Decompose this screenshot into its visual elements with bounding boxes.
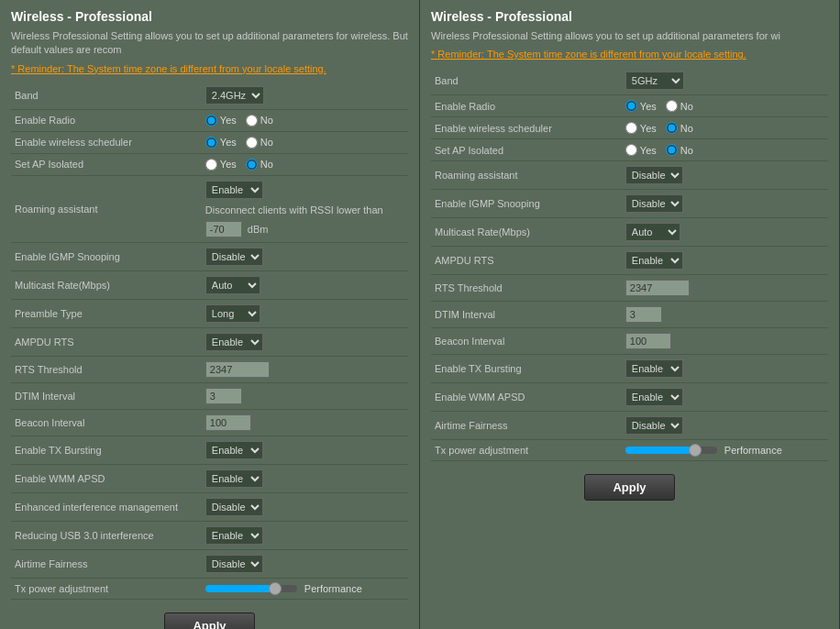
left-roaming-select[interactable]: Enable Disable [205,181,263,199]
left-txpower-row: Tx power adjustment Performance [11,578,408,599]
right-igmp-label: Enable IGMP Snooping [431,190,622,218]
right-radio-yes[interactable] [625,100,637,112]
right-scheduler-no[interactable] [666,122,678,134]
left-apply-button[interactable]: Apply [164,612,254,629]
left-scheduler-row: Enable wireless scheduler Yes No [11,131,408,153]
right-panel: Wireless - Professional Wireless Profess… [420,0,840,629]
left-ampdu-select[interactable]: Enable Disable [205,333,263,351]
right-scheduler-yes-label[interactable]: Yes [625,122,657,134]
right-scheduler-row: Enable wireless scheduler Yes No [431,117,828,139]
left-preamble-row: Preamble Type Long Short [11,299,408,327]
right-band-row: Band 2.4GHz 5GHz [431,67,828,95]
left-roaming-control: Enable Disable Disconnect clients with R… [205,181,404,237]
left-dtim-row: DTIM Interval [11,382,408,409]
left-scheduler-yes[interactable] [205,137,217,149]
left-multicast-label: Multicast Rate(Mbps) [11,270,202,299]
left-wmm-select[interactable]: Enable Disable [205,469,263,488]
left-panel-reminder[interactable]: * Reminder: The System time zone is diff… [11,63,408,74]
left-usb-select[interactable]: Enable Disable [205,526,263,545]
right-dtim-row: DTIM Interval [431,302,828,328]
right-ap-isolated-group: Yes No [625,144,824,156]
left-dtim-input[interactable] [205,388,242,404]
right-apply-button[interactable]: Apply [584,474,674,501]
left-ap-isolated-no[interactable] [246,159,258,171]
right-txpower-slider[interactable] [625,447,717,454]
left-txpower-label: Tx power adjustment [11,578,202,599]
right-radio-no-label[interactable]: No [666,100,693,112]
right-dtim-input[interactable] [625,306,662,323]
right-band-label: Band [431,67,622,95]
right-beacon-input[interactable] [625,333,671,349]
left-multicast-row: Multicast Rate(Mbps) Auto 125.5 [11,270,408,299]
left-band-label: Band [11,82,202,110]
right-ap-isolated-no[interactable] [666,144,678,156]
left-interference-select[interactable]: Disable Enable [205,498,263,516]
right-txpower-value: Performance [724,445,782,456]
left-wmm-label: Enable WMM APSD [11,464,202,492]
right-band-select[interactable]: 2.4GHz 5GHz [625,72,684,90]
left-radio-no-label[interactable]: No [246,115,273,127]
left-ap-isolated-yes[interactable] [205,159,217,171]
right-enable-radio-label: Enable Radio [431,95,622,117]
left-rts-input[interactable] [205,361,270,378]
right-ap-isolated-no-label[interactable]: No [666,144,693,156]
right-scheduler-no-label[interactable]: No [666,122,693,134]
right-enable-radio-group: Yes No [625,100,824,112]
right-igmp-select[interactable]: Disable Enable [625,194,683,213]
left-scheduler-group: Yes No [205,137,404,149]
right-scheduler-group: Yes No [625,122,824,134]
left-txpower-value: Performance [304,583,362,594]
right-airtime-select[interactable]: Disable Enable [625,416,683,435]
right-beacon-row: Beacon Interval [431,328,828,355]
left-radio-yes[interactable] [205,115,217,127]
left-band-select[interactable]: 2.4GHz 5GHz [205,86,264,105]
left-radio-yes-label[interactable]: Yes [205,115,237,127]
right-rts-input[interactable] [625,280,690,296]
left-txpower-slider[interactable] [205,585,297,592]
right-ap-isolated-yes[interactable] [625,144,637,156]
left-preamble-select[interactable]: Long Short [205,304,260,323]
left-radio-no[interactable] [246,115,258,127]
right-dtim-label: DTIM Interval [431,302,622,328]
left-airtime-label: Airtime Fairness [11,549,202,578]
left-ap-isolated-yes-label[interactable]: Yes [205,159,237,171]
right-igmp-row: Enable IGMP Snooping Disable Enable [431,190,828,218]
left-dtim-label: DTIM Interval [11,382,202,409]
left-scheduler-label: Enable wireless scheduler [11,131,202,153]
left-roaming-row: Roaming assistant Enable Disable Disconn… [11,175,408,242]
right-multicast-select[interactable]: Auto 1 [625,223,680,241]
left-scheduler-no-label[interactable]: No [246,137,273,149]
right-ampdu-row: AMPDU RTS Enable Disable [431,247,828,275]
left-txbursting-row: Enable TX Bursting Enable Disable [11,436,408,464]
left-multicast-select[interactable]: Auto 125.5 [205,276,260,294]
right-ap-isolated-label: Set AP Isolated [431,139,622,161]
left-roaming-rssi[interactable] [205,221,242,237]
left-ap-isolated-no-label[interactable]: No [246,159,273,171]
left-beacon-input[interactable] [205,414,251,431]
right-ap-isolated-yes-label[interactable]: Yes [625,144,657,156]
right-scheduler-label: Enable wireless scheduler [431,117,622,139]
right-roaming-row: Roaming assistant Disable Enable [431,161,828,190]
right-ampdu-select[interactable]: Enable Disable [625,251,683,270]
left-airtime-select[interactable]: Disable Enable [205,555,263,573]
left-panel-desc: Wireless Professional Setting allows you… [11,29,408,58]
left-txbursting-select[interactable]: Enable Disable [205,441,263,459]
right-panel-reminder[interactable]: * Reminder: The System time zone is diff… [431,49,828,60]
right-wmm-select[interactable]: Enable Disable [625,388,683,406]
right-ampdu-label: AMPDU RTS [431,247,622,275]
right-txpower-slider-container: Performance [625,445,824,456]
left-scheduler-yes-label[interactable]: Yes [205,137,237,149]
right-radio-no[interactable] [666,100,678,112]
right-radio-yes-label[interactable]: Yes [625,100,657,112]
left-igmp-row: Enable IGMP Snooping Disable Enable [11,242,408,270]
left-igmp-select[interactable]: Disable Enable [205,248,263,266]
left-roaming-text: Disconnect clients with RSSI lower than [205,204,383,215]
right-txbursting-select[interactable]: Enable Disable [625,359,683,378]
right-scheduler-yes[interactable] [625,122,637,134]
left-interference-label: Enhanced interference management [11,492,202,521]
left-rts-row: RTS Threshold [11,356,408,382]
left-scheduler-no[interactable] [246,137,258,149]
right-settings-table: Band 2.4GHz 5GHz Enable Radio Yes [431,67,828,461]
left-roaming-unit: dBm [248,224,269,235]
right-roaming-select[interactable]: Disable Enable [625,166,683,184]
